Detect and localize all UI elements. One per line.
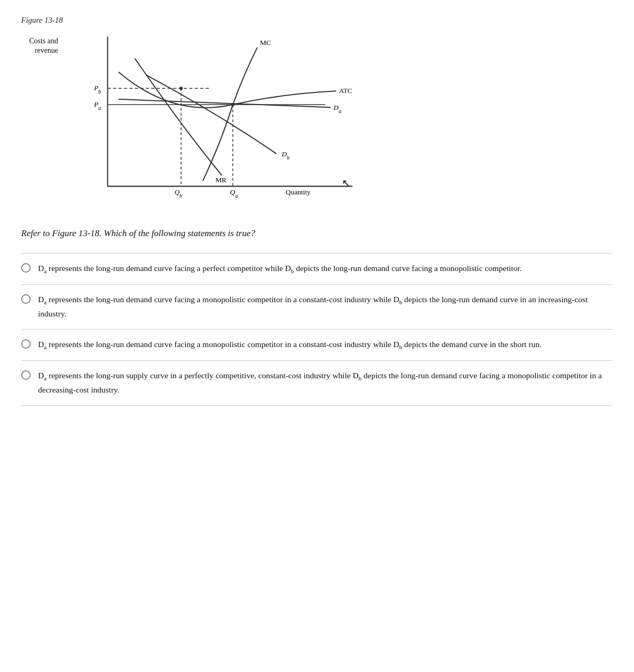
option-row-d[interactable]: Da represents the long-run supply curve … [21,360,613,405]
option-text-a: Da represents the long-run demand curve … [38,262,522,276]
radio-c[interactable] [21,339,31,349]
option-text-c: Da represents the long-run demand curve … [38,338,542,352]
chart-svg: Pb Pa Qb Qa Quantity MC ATC [58,31,386,211]
option-text-d: Da represents the long-run supply curve … [38,369,613,396]
option-row-b[interactable]: Da represents the long-run demand curve … [21,284,613,329]
figure-label: Figure 13-18 [21,16,613,25]
db-label: Db [281,150,290,161]
qa-label: Qa [230,188,238,199]
intersection-dot-b [180,87,183,90]
radio-b[interactable] [21,294,31,304]
atc-label: ATC [339,87,352,95]
option-row-c[interactable]: Da represents the long-run demand curve … [21,329,613,361]
pa-label: Pa [94,100,101,111]
chart-wrapper: Pb Pa Qb Qa Quantity MC ATC [58,31,386,211]
question-text: Refer to Figure 13-18. Which of the foll… [21,227,613,240]
option-row-a[interactable]: Da represents the long-run demand curve … [21,253,613,285]
mc-curve [203,48,257,181]
y-axis-label: Costs andrevenue [21,31,58,55]
radio-a[interactable] [21,263,31,273]
pb-label: Pb [94,84,101,95]
cursor-arrow: ↖ [342,178,350,189]
qb-label: Qb [174,188,182,199]
options-container: Da represents the long-run demand curve … [21,253,613,406]
intersection-dot [231,103,235,106]
chart-area: Costs andrevenue Pb Pa Qb Qa [21,31,613,211]
db-curve [146,74,276,153]
option-text-b: Da represents the long-run demand curve … [38,293,613,320]
mc-label: MC [260,39,271,46]
da-label: Da [333,104,341,114]
quantity-label: Quantity [286,188,311,196]
mr-label: MR [216,176,227,184]
radio-d[interactable] [21,370,31,380]
